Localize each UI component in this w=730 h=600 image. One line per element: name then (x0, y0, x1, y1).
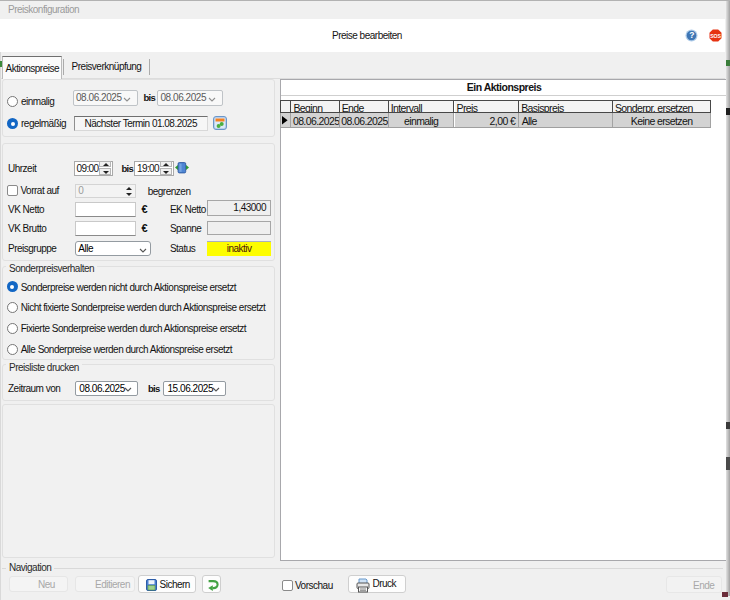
svg-text:?: ? (689, 30, 694, 40)
svg-text:SOS: SOS (710, 33, 721, 39)
